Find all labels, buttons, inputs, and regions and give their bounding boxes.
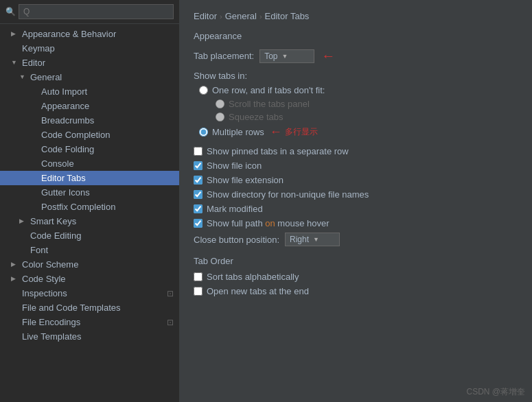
- close-btn-dropdown-arrow-icon: ▼: [313, 236, 319, 243]
- sidebar-item-label: Keymap: [22, 43, 55, 54]
- spacer: ▶: [19, 246, 27, 255]
- radio-one-row[interactable]: [199, 86, 208, 95]
- sidebar-item-breadcrumbs[interactable]: ▶ Breadcrumbs: [0, 113, 179, 128]
- sidebar-item-label: Code Style: [22, 274, 66, 284]
- sidebar-item-smart-keys[interactable]: ▶ Smart Keys: [0, 214, 179, 228]
- checkbox-full-path[interactable]: [194, 219, 203, 228]
- spacer: ▶: [30, 203, 38, 211]
- arrow-annotation-1: ←: [321, 48, 335, 64]
- breadcrumb: Editor › General › Editor Tabs: [194, 11, 518, 21]
- spacer: ▶: [30, 145, 38, 154]
- sidebar-item-inspections[interactable]: ▶ Inspections ⊡: [0, 286, 179, 300]
- radio-multiple-rows-item: Multiple rows ← 多行显示: [199, 125, 518, 139]
- sidebar-item-font[interactable]: ▶ Font: [0, 243, 179, 257]
- sidebar-item-appearance[interactable]: ▶ Appearance: [0, 99, 179, 113]
- radio-scroll[interactable]: [216, 99, 224, 108]
- sidebar-item-gutter-icons[interactable]: ▶ Gutter Icons: [0, 185, 179, 200]
- sidebar-item-label: Console: [41, 158, 74, 169]
- checkbox-mark-modified-item: Mark modified: [194, 204, 518, 214]
- checkbox-file-extension[interactable]: [194, 176, 203, 185]
- tab-placement-label: Tab placement:: [194, 51, 254, 61]
- checkbox-group: Show pinned tabs in a separate row Show …: [194, 146, 518, 228]
- sidebar-item-label: Editor: [22, 58, 45, 68]
- sidebar: 🔍 ▶ Appearance & Behavior ▶ Keymap ▼ Edi…: [0, 0, 180, 402]
- checkbox-open-new-tabs-label: Open new tabs at the end: [207, 286, 309, 296]
- sidebar-item-code-style[interactable]: ▶ Code Style: [0, 272, 179, 286]
- sidebar-item-label: General: [30, 72, 62, 82]
- checkbox-sort-tabs[interactable]: [194, 272, 203, 281]
- checkbox-pinned[interactable]: [194, 147, 203, 156]
- sidebar-item-label: Appearance & Behavior: [22, 29, 116, 39]
- close-btn-value: Right: [290, 235, 309, 244]
- sidebar-item-label: Gutter Icons: [41, 187, 90, 198]
- checkbox-pinned-item: Show pinned tabs in a separate row: [194, 146, 518, 156]
- sidebar-item-appearance-behavior[interactable]: ▶ Appearance & Behavior: [0, 27, 179, 41]
- sidebar-item-label: Live Templates: [22, 331, 81, 342]
- checkbox-file-icon[interactable]: [194, 161, 203, 170]
- sidebar-item-code-completion[interactable]: ▶ Code Completion: [0, 128, 179, 142]
- chinese-annotation: 多行显示: [285, 126, 318, 138]
- search-icon: 🔍: [5, 7, 16, 16]
- sidebar-item-label: Auto Import: [41, 86, 87, 97]
- sidebar-item-general[interactable]: ▼ General: [0, 70, 179, 84]
- sep2: ›: [259, 12, 262, 21]
- sidebar-item-label: Postfix Completion: [41, 202, 115, 212]
- sidebar-item-editor[interactable]: ▼ Editor: [0, 56, 179, 70]
- sidebar-item-code-folding[interactable]: ▶ Code Folding: [0, 142, 179, 156]
- radio-one-row-label: One row, and if tabs don't fit:: [212, 85, 325, 95]
- tab-order-checkboxes: Sort tabs alphabetically Open new tabs a…: [194, 272, 518, 296]
- sidebar-item-live-templates[interactable]: ▶ Live Templates: [0, 329, 179, 344]
- checkbox-file-ext-item: Show file extension: [194, 175, 518, 185]
- sidebar-item-file-encodings[interactable]: ▶ File Encodings ⊡: [0, 315, 179, 329]
- arrow-annotation-2: ←: [270, 125, 282, 139]
- sidebar-item-code-editing[interactable]: ▶ Code Editing: [0, 228, 179, 243]
- radio-multiple-rows-label: Multiple rows: [212, 127, 264, 137]
- spacer: ▶: [30, 117, 38, 125]
- sidebar-item-label: Inspections: [22, 288, 67, 298]
- spacer: ▶: [11, 318, 19, 327]
- sidebar-item-label: Editor Tabs: [41, 173, 86, 183]
- spacer: ▶: [11, 289, 19, 298]
- radio-scroll-label: Scroll the tabs panel: [229, 99, 310, 109]
- sidebar-item-postfix-completion[interactable]: ▶ Postfix Completion: [0, 200, 179, 214]
- spacer: ▶: [30, 102, 38, 110]
- code-style-icon: ▶: [11, 275, 19, 283]
- sidebar-item-label: Code Editing: [30, 230, 81, 241]
- radio-group: One row, and if tabs don't fit: Scroll t…: [199, 85, 518, 139]
- sidebar-item-label: Color Scheme: [22, 259, 78, 270]
- radio-scroll-item: Scroll the tabs panel: [216, 99, 518, 109]
- spacer: ▶: [11, 333, 19, 341]
- spacer: ▶: [11, 304, 19, 312]
- radio-squeeze-item: Squeeze tabs: [216, 112, 518, 122]
- checkbox-mark-modified[interactable]: [194, 204, 203, 213]
- search-bar[interactable]: 🔍: [0, 0, 179, 24]
- sep1: ›: [220, 12, 222, 21]
- sidebar-item-label: Appearance: [41, 101, 89, 111]
- radio-squeeze[interactable]: [216, 113, 224, 121]
- radio-one-row-item: One row, and if tabs don't fit:: [199, 85, 518, 95]
- show-tabs-label: Show tabs in:: [194, 71, 518, 81]
- sidebar-item-auto-import[interactable]: ▶ Auto Import: [0, 84, 179, 99]
- tab-placement-row: Tab placement: Top ▼ ←: [194, 48, 518, 64]
- main-content: Editor › General › Editor Tabs Appearanc…: [180, 0, 532, 402]
- checkbox-directory[interactable]: [194, 190, 203, 199]
- general-expand-icon: ▼: [19, 73, 27, 82]
- radio-multiple-rows[interactable]: [199, 128, 208, 137]
- editor-expand-icon: ▼: [11, 59, 19, 67]
- spacer: ▶: [19, 232, 27, 240]
- radio-squeeze-label: Squeeze tabs: [229, 112, 284, 122]
- search-input[interactable]: [19, 4, 174, 19]
- checkbox-sort-tabs-item: Sort tabs alphabetically: [194, 272, 518, 282]
- sidebar-item-console[interactable]: ▶ Console: [0, 156, 179, 171]
- close-btn-label: Close button position:: [194, 235, 279, 245]
- file-encodings-badge: ⊡: [167, 318, 174, 327]
- inspections-badge: ⊡: [167, 289, 174, 298]
- sidebar-item-file-code-templates[interactable]: ▶ File and Code Templates: [0, 300, 179, 315]
- close-btn-dropdown[interactable]: Right ▼: [285, 233, 340, 246]
- checkbox-directory-label: Show directory for non-unique file names: [207, 189, 369, 200]
- tab-placement-dropdown[interactable]: Top ▼: [259, 49, 314, 63]
- checkbox-open-new-tabs[interactable]: [194, 287, 203, 296]
- sidebar-item-editor-tabs[interactable]: ▶ Editor Tabs: [0, 171, 179, 185]
- sidebar-item-keymap[interactable]: ▶ Keymap: [0, 41, 179, 56]
- sidebar-item-color-scheme[interactable]: ▶ Color Scheme: [0, 257, 179, 272]
